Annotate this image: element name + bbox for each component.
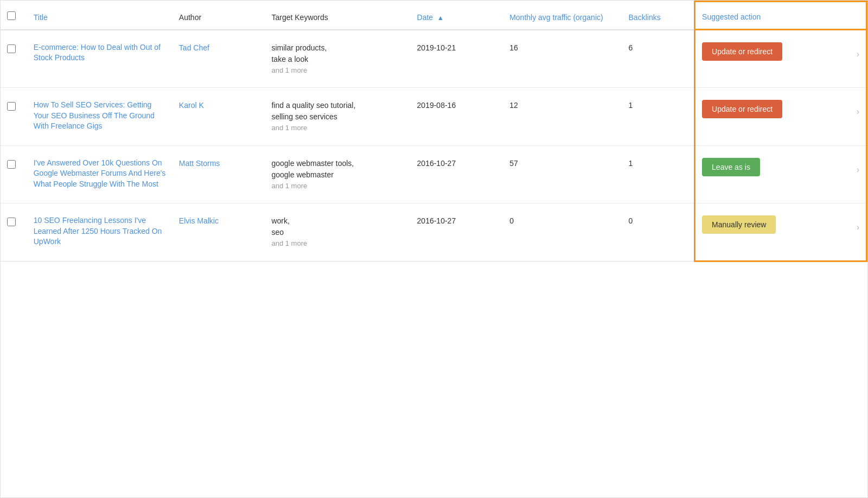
row-action-cell: Leave as is› xyxy=(695,145,867,203)
table-row: E-commerce: How to Deal with Out of Stoc… xyxy=(1,30,867,88)
row-title-link[interactable]: How To Sell SEO Services: Getting Your S… xyxy=(34,100,166,132)
sort-indicator: ▲ xyxy=(437,14,444,22)
row-checkbox-cell xyxy=(1,88,27,146)
row-traffic-cell: 0 xyxy=(503,203,622,261)
row-backlinks-cell: 6 xyxy=(622,30,695,88)
row-author-cell: Matt Storms xyxy=(173,145,265,203)
header-date[interactable]: Date ▲ xyxy=(411,2,503,30)
action-button-update-redirect[interactable]: Update or redirect xyxy=(702,42,782,61)
action-button-leave-as-is[interactable]: Leave as is xyxy=(702,158,760,176)
row-author-link[interactable]: Karol K xyxy=(179,101,204,110)
row-title-cell: I've Answered Over 10k Questions On Goog… xyxy=(27,145,173,203)
action-chevron-icon[interactable]: › xyxy=(857,221,859,234)
row-keywords-cell: similar products,take a lookand 1 more xyxy=(265,30,410,88)
header-keywords: Target Keywords xyxy=(265,2,410,30)
row-action-cell: Update or redirect› xyxy=(695,88,867,146)
row-title-cell: 10 SEO Freelancing Lessons I've Learned … xyxy=(27,203,173,261)
table-row: How To Sell SEO Services: Getting Your S… xyxy=(1,88,867,146)
content-table: Title Author Target Keywords Date ▲ Mont… xyxy=(1,1,867,262)
action-chevron-icon[interactable]: › xyxy=(857,105,859,118)
keyword-line-1: work, xyxy=(271,215,404,227)
row-traffic-cell: 12 xyxy=(503,88,622,146)
keyword-line-1: google webmaster tools, xyxy=(271,158,404,169)
keywords-more: and 1 more xyxy=(271,123,404,133)
header-checkbox-col xyxy=(1,2,27,30)
row-traffic-cell: 57 xyxy=(503,145,622,203)
header-title: Title xyxy=(27,2,173,30)
row-author-cell: Tad Chef xyxy=(173,30,265,88)
keyword-line-1: find a quality seo tutorial, xyxy=(271,100,404,111)
row-backlinks-cell: 0 xyxy=(622,203,695,261)
row-backlinks-cell: 1 xyxy=(622,88,695,146)
row-date-cell: 2016-10-27 xyxy=(411,145,503,203)
table-row: 10 SEO Freelancing Lessons I've Learned … xyxy=(1,203,867,261)
row-author-cell: Karol K xyxy=(173,88,265,146)
row-keywords-cell: find a quality seo tutorial,selling seo … xyxy=(265,88,410,146)
action-chevron-icon[interactable]: › xyxy=(857,163,859,176)
keyword-line-1: similar products, xyxy=(271,42,404,54)
row-checkbox-cell xyxy=(1,145,27,203)
row-action-cell: Update or redirect› xyxy=(695,30,867,88)
table-row: I've Answered Over 10k Questions On Goog… xyxy=(1,145,867,203)
header-action: Suggested action xyxy=(695,2,867,30)
row-checkbox-1[interactable] xyxy=(7,102,16,111)
row-title-cell: E-commerce: How to Deal with Out of Stoc… xyxy=(27,30,173,88)
keyword-line-2: take a look xyxy=(271,54,404,65)
row-keywords-cell: google webmaster tools,google webmastera… xyxy=(265,145,410,203)
keywords-more: and 1 more xyxy=(271,65,404,76)
row-keywords-cell: work,seoand 1 more xyxy=(265,203,410,261)
header-backlinks: Backlinks xyxy=(622,2,695,30)
action-chevron-icon[interactable]: › xyxy=(857,48,859,61)
keywords-more: and 1 more xyxy=(271,181,404,191)
row-date-cell: 2016-10-27 xyxy=(411,203,503,261)
row-checkbox-cell xyxy=(1,203,27,261)
row-author-cell: Elvis Malkic xyxy=(173,203,265,261)
row-author-link[interactable]: Tad Chef xyxy=(179,43,209,52)
content-table-container: Title Author Target Keywords Date ▲ Mont… xyxy=(0,0,868,498)
row-checkbox-3[interactable] xyxy=(7,218,16,226)
row-traffic-cell: 16 xyxy=(503,30,622,88)
row-checkbox-0[interactable] xyxy=(7,44,16,53)
row-checkbox-cell xyxy=(1,30,27,88)
row-action-cell: Manually review› xyxy=(695,203,867,261)
keywords-more: and 1 more xyxy=(271,238,404,249)
header-author: Author xyxy=(173,2,265,30)
select-all-checkbox[interactable] xyxy=(7,11,16,20)
row-checkbox-2[interactable] xyxy=(7,160,16,169)
action-button-update-redirect[interactable]: Update or redirect xyxy=(702,100,782,118)
row-date-cell: 2019-08-16 xyxy=(411,88,503,146)
row-title-link[interactable]: E-commerce: How to Deal with Out of Stoc… xyxy=(34,42,166,63)
action-button-manually-review[interactable]: Manually review xyxy=(702,215,776,234)
row-title-link[interactable]: 10 SEO Freelancing Lessons I've Learned … xyxy=(34,215,166,247)
row-date-cell: 2019-10-21 xyxy=(411,30,503,88)
row-author-link[interactable]: Elvis Malkic xyxy=(179,216,219,225)
row-author-link[interactable]: Matt Storms xyxy=(179,159,220,168)
keyword-line-2: selling seo services xyxy=(271,111,404,123)
row-backlinks-cell: 1 xyxy=(622,145,695,203)
header-traffic: Monthly avg traffic (organic) xyxy=(503,2,622,30)
keyword-line-2: seo xyxy=(271,227,404,238)
keyword-line-2: google webmaster xyxy=(271,169,404,181)
row-title-cell: How To Sell SEO Services: Getting Your S… xyxy=(27,88,173,146)
row-title-link[interactable]: I've Answered Over 10k Questions On Goog… xyxy=(34,158,166,190)
